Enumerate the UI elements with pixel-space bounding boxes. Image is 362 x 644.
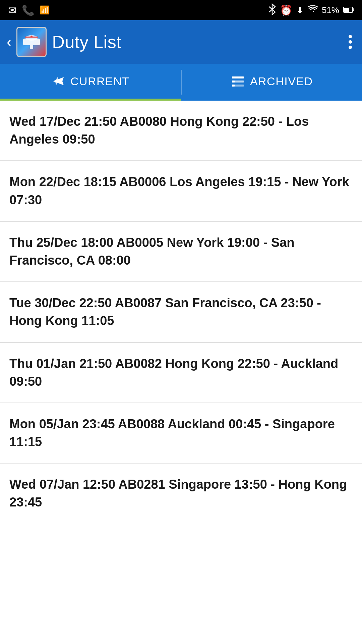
dot3 <box>349 46 352 49</box>
more-options-button[interactable] <box>345 32 355 52</box>
app-icon <box>16 27 47 57</box>
app-bar: ‹ Duty List <box>0 20 362 64</box>
status-bar: ✉ 📞 📶 ⏰ ⬇ 51% <box>0 0 362 20</box>
bluetooth-icon <box>268 3 276 17</box>
duty-item-5-text: Thu 01/Jan 21:50 AB0082 Hong Kong 22:50 … <box>9 357 338 388</box>
duty-item-4[interactable]: Tue 30/Dec 22:50 AB0087 San Francisco, C… <box>0 282 362 342</box>
app-title: Duty List <box>52 32 121 52</box>
wifi-icon <box>308 4 318 16</box>
svg-rect-11 <box>232 80 235 83</box>
duty-item-1[interactable]: Wed 17/Dec 21:50 AB0080 Hong Kong 22:50 … <box>0 101 362 161</box>
svg-point-6 <box>31 36 33 38</box>
download-icon: ⬇ <box>296 5 304 15</box>
duty-item-5[interactable]: Thu 01/Jan 21:50 AB0082 Hong Kong 22:50 … <box>0 343 362 403</box>
status-left-icons: ✉ 📞 📶 <box>8 4 50 16</box>
duty-item-1-text: Wed 17/Dec 21:50 AB0080 Hong Kong 22:50 … <box>9 114 309 146</box>
alarm-icon: ⏰ <box>280 4 292 16</box>
duty-item-3-text: Thu 25/Dec 18:00 AB0005 New York 19:00 -… <box>9 235 294 267</box>
svg-rect-4 <box>30 45 33 49</box>
duty-item-2[interactable]: Mon 22/Dec 18:15 AB0006 Los Angeles 19:1… <box>0 161 362 221</box>
dot2 <box>349 40 352 44</box>
duty-list: Wed 17/Dec 21:50 AB0080 Hong Kong 22:50 … <box>0 101 362 524</box>
tab-current-label: CURRENT <box>70 75 130 88</box>
app-logo-icon <box>21 32 42 52</box>
dot1 <box>349 35 352 38</box>
svg-rect-12 <box>232 85 235 87</box>
duty-item-7[interactable]: Wed 07/Jan 12:50 AB0281 Singapore 13:50 … <box>0 464 362 523</box>
duty-item-2-text: Mon 22/Dec 18:15 AB0006 Los Angeles 19:1… <box>9 175 349 207</box>
email-icon: ✉ <box>8 4 16 16</box>
back-button[interactable]: ‹ <box>7 35 11 50</box>
plane-icon <box>51 74 66 89</box>
phone-icon: 📞 <box>22 4 34 16</box>
svg-rect-1 <box>344 8 349 12</box>
status-right-icons: ⏰ ⬇ 51% <box>268 3 354 17</box>
duty-item-7-text: Wed 07/Jan 12:50 AB0281 Singapore 13:50 … <box>9 477 347 509</box>
app-bar-left: ‹ Duty List <box>7 27 121 57</box>
svg-rect-10 <box>232 76 235 78</box>
list-icon <box>231 74 245 89</box>
app-icon-bg <box>17 27 46 57</box>
battery-icon <box>343 4 354 16</box>
battery-percentage: 51% <box>322 5 339 15</box>
duty-item-6-text: Mon 05/Jan 23:45 AB0088 Auckland 00:45 -… <box>9 417 335 449</box>
duty-item-4-text: Tue 30/Dec 22:50 AB0087 San Francisco, C… <box>9 296 321 328</box>
tab-current[interactable]: CURRENT <box>0 64 181 101</box>
tab-archived[interactable]: ARCHIVED <box>182 64 362 101</box>
tab-archived-label: ARCHIVED <box>250 75 313 88</box>
signal-icon: 📶 <box>40 5 50 15</box>
tab-bar: CURRENT ARCHIVED <box>0 64 362 101</box>
duty-item-6[interactable]: Mon 05/Jan 23:45 AB0088 Auckland 00:45 -… <box>0 403 362 464</box>
duty-item-3[interactable]: Thu 25/Dec 18:00 AB0005 New York 19:00 -… <box>0 222 362 282</box>
